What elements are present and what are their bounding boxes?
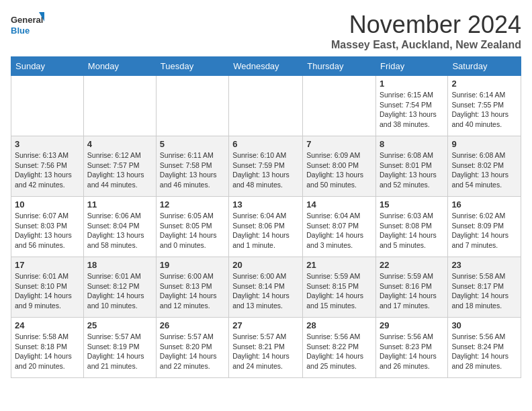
month-title: November 2024 — [331, 11, 521, 39]
cell-info: Sunrise: 6:04 AMSunset: 8:07 PMDaylight:… — [306, 211, 372, 250]
header-wednesday: Wednesday — [229, 57, 303, 76]
cell-2-7: 9Sunrise: 6:08 AMSunset: 8:02 PMDaylight… — [448, 136, 521, 197]
cell-info: Sunrise: 5:58 AMSunset: 8:18 PMDaylight:… — [15, 332, 80, 371]
day-number: 11 — [87, 199, 152, 210]
header-thursday: Thursday — [303, 57, 376, 76]
cell-info: Sunrise: 5:59 AMSunset: 8:16 PMDaylight:… — [380, 271, 444, 311]
cell-5-1: 24Sunrise: 5:58 AMSunset: 8:18 PMDayligh… — [11, 318, 84, 378]
cell-5-6: 29Sunrise: 5:56 AMSunset: 8:23 PMDayligh… — [376, 318, 448, 378]
day-number: 19 — [160, 260, 225, 270]
day-number: 29 — [380, 320, 444, 330]
cell-2-2: 4Sunrise: 6:12 AMSunset: 7:57 PMDaylight… — [83, 136, 156, 197]
logo-svg: General Blue — [11, 11, 44, 41]
day-number: 30 — [451, 320, 517, 330]
cell-info: Sunrise: 6:14 AMSunset: 7:55 PMDaylight:… — [451, 90, 517, 130]
day-number: 2 — [451, 79, 517, 89]
cell-1-4 — [229, 76, 303, 136]
cell-info: Sunrise: 5:58 AMSunset: 8:17 PMDaylight:… — [451, 271, 517, 311]
cell-info: Sunrise: 6:11 AMSunset: 7:58 PMDaylight:… — [160, 150, 225, 190]
day-number: 24 — [15, 320, 80, 330]
day-number: 13 — [232, 199, 299, 210]
cell-5-7: 30Sunrise: 5:56 AMSunset: 8:24 PMDayligh… — [448, 318, 521, 378]
calendar-header: SundayMondayTuesdayWednesdayThursdayFrid… — [11, 57, 521, 76]
header-saturday: Saturday — [448, 57, 521, 76]
week-row-5: 24Sunrise: 5:58 AMSunset: 8:18 PMDayligh… — [11, 318, 521, 378]
week-row-1: 1Sunrise: 6:15 AMSunset: 7:54 PMDaylight… — [11, 76, 521, 136]
cell-info: Sunrise: 6:10 AMSunset: 7:59 PMDaylight:… — [232, 150, 299, 190]
cell-1-7: 2Sunrise: 6:14 AMSunset: 7:55 PMDaylight… — [448, 76, 521, 136]
day-number: 7 — [306, 139, 372, 149]
cell-info: Sunrise: 6:06 AMSunset: 8:04 PMDaylight:… — [87, 211, 152, 250]
cell-info: Sunrise: 6:13 AMSunset: 7:56 PMDaylight:… — [15, 150, 80, 190]
cell-4-7: 23Sunrise: 5:58 AMSunset: 8:17 PMDayligh… — [448, 257, 521, 318]
day-number: 4 — [87, 139, 152, 149]
svg-text:General: General — [11, 15, 43, 25]
day-number: 3 — [15, 139, 80, 149]
calendar-table: SundayMondayTuesdayWednesdayThursdayFrid… — [11, 56, 521, 378]
cell-info: Sunrise: 6:00 AMSunset: 8:14 PMDaylight:… — [232, 271, 299, 311]
cell-info: Sunrise: 5:57 AMSunset: 8:21 PMDaylight:… — [232, 332, 299, 371]
day-number: 16 — [451, 199, 517, 210]
cell-info: Sunrise: 6:12 AMSunset: 7:57 PMDaylight:… — [87, 150, 152, 190]
cell-info: Sunrise: 5:57 AMSunset: 8:20 PMDaylight:… — [160, 332, 225, 371]
header-friday: Friday — [376, 57, 448, 76]
cell-info: Sunrise: 5:57 AMSunset: 8:19 PMDaylight:… — [87, 332, 152, 371]
cell-5-5: 28Sunrise: 5:56 AMSunset: 8:22 PMDayligh… — [303, 318, 376, 378]
cell-info: Sunrise: 5:56 AMSunset: 8:22 PMDaylight:… — [306, 332, 372, 371]
cell-info: Sunrise: 6:15 AMSunset: 7:54 PMDaylight:… — [380, 90, 444, 130]
cell-4-6: 22Sunrise: 5:59 AMSunset: 8:16 PMDayligh… — [376, 257, 448, 318]
header-tuesday: Tuesday — [156, 57, 228, 76]
cell-3-3: 12Sunrise: 6:05 AMSunset: 8:05 PMDayligh… — [156, 197, 228, 257]
day-number: 12 — [160, 199, 225, 210]
cell-info: Sunrise: 6:04 AMSunset: 8:06 PMDaylight:… — [232, 211, 299, 250]
cell-3-1: 10Sunrise: 6:07 AMSunset: 8:03 PMDayligh… — [11, 197, 84, 257]
cell-info: Sunrise: 5:56 AMSunset: 8:23 PMDaylight:… — [380, 332, 444, 371]
cell-2-5: 7Sunrise: 6:09 AMSunset: 8:00 PMDaylight… — [303, 136, 376, 197]
cell-2-6: 8Sunrise: 6:08 AMSunset: 8:01 PMDaylight… — [376, 136, 448, 197]
calendar-body: 1Sunrise: 6:15 AMSunset: 7:54 PMDaylight… — [11, 76, 521, 378]
header-sunday: Sunday — [11, 57, 84, 76]
day-number: 23 — [451, 260, 517, 270]
day-number: 18 — [87, 260, 152, 270]
cell-5-3: 26Sunrise: 5:57 AMSunset: 8:20 PMDayligh… — [156, 318, 228, 378]
cell-3-2: 11Sunrise: 6:06 AMSunset: 8:04 PMDayligh… — [83, 197, 156, 257]
location-subtitle: Massey East, Auckland, New Zealand — [331, 39, 521, 51]
day-number: 27 — [232, 320, 299, 330]
cell-info: Sunrise: 6:01 AMSunset: 8:12 PMDaylight:… — [87, 271, 152, 311]
page-header: General Blue November 2024 Massey East, … — [11, 11, 521, 51]
cell-4-5: 21Sunrise: 5:59 AMSunset: 8:15 PMDayligh… — [303, 257, 376, 318]
cell-info: Sunrise: 6:09 AMSunset: 8:00 PMDaylight:… — [306, 150, 372, 190]
day-number: 21 — [306, 260, 372, 270]
day-number: 9 — [451, 139, 517, 149]
cell-3-6: 15Sunrise: 6:03 AMSunset: 8:08 PMDayligh… — [376, 197, 448, 257]
cell-2-1: 3Sunrise: 6:13 AMSunset: 7:56 PMDaylight… — [11, 136, 84, 197]
cell-1-1 — [11, 76, 84, 136]
week-row-4: 17Sunrise: 6:01 AMSunset: 8:10 PMDayligh… — [11, 257, 521, 318]
cell-info: Sunrise: 6:07 AMSunset: 8:03 PMDaylight:… — [15, 211, 80, 250]
cell-info: Sunrise: 6:02 AMSunset: 8:09 PMDaylight:… — [451, 211, 517, 250]
day-number: 20 — [232, 260, 299, 270]
svg-text:Blue: Blue — [11, 26, 30, 36]
cell-info: Sunrise: 6:01 AMSunset: 8:10 PMDaylight:… — [15, 271, 80, 311]
cell-info: Sunrise: 6:05 AMSunset: 8:05 PMDaylight:… — [160, 211, 225, 250]
cell-info: Sunrise: 6:00 AMSunset: 8:13 PMDaylight:… — [160, 271, 225, 311]
day-number: 17 — [15, 260, 80, 270]
day-number: 6 — [232, 139, 299, 149]
cell-5-2: 25Sunrise: 5:57 AMSunset: 8:19 PMDayligh… — [83, 318, 156, 378]
cell-1-2 — [83, 76, 156, 136]
cell-info: Sunrise: 5:56 AMSunset: 8:24 PMDaylight:… — [451, 332, 517, 371]
cell-4-2: 18Sunrise: 6:01 AMSunset: 8:12 PMDayligh… — [83, 257, 156, 318]
cell-info: Sunrise: 6:03 AMSunset: 8:08 PMDaylight:… — [380, 211, 444, 250]
cell-info: Sunrise: 6:08 AMSunset: 8:01 PMDaylight:… — [380, 150, 444, 190]
header-row: SundayMondayTuesdayWednesdayThursdayFrid… — [11, 57, 521, 76]
cell-4-4: 20Sunrise: 6:00 AMSunset: 8:14 PMDayligh… — [229, 257, 303, 318]
cell-3-5: 14Sunrise: 6:04 AMSunset: 8:07 PMDayligh… — [303, 197, 376, 257]
day-number: 1 — [380, 79, 444, 89]
week-row-3: 10Sunrise: 6:07 AMSunset: 8:03 PMDayligh… — [11, 197, 521, 257]
cell-1-3 — [156, 76, 228, 136]
cell-1-6: 1Sunrise: 6:15 AMSunset: 7:54 PMDaylight… — [376, 76, 448, 136]
header-monday: Monday — [83, 57, 156, 76]
day-number: 22 — [380, 260, 444, 270]
day-number: 26 — [160, 320, 225, 330]
cell-2-4: 6Sunrise: 6:10 AMSunset: 7:59 PMDaylight… — [229, 136, 303, 197]
